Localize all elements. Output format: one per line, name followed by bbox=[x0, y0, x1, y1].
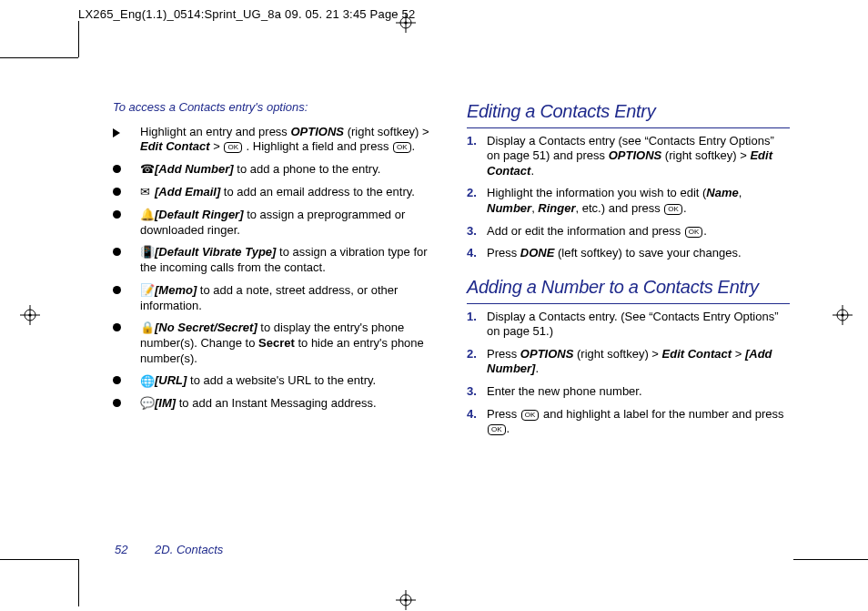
label: [Default Ringer] bbox=[155, 208, 244, 221]
list-text: to add an Instant Messaging address. bbox=[179, 396, 377, 410]
ok-key-icon: OK bbox=[685, 227, 703, 238]
registration-mark-icon bbox=[396, 590, 416, 610]
phone-icon: ☎ bbox=[140, 162, 153, 178]
list-item: Add or edit the information and press OK… bbox=[467, 224, 790, 239]
list-item: Display a Contacts entry. (See “Contacts… bbox=[467, 310, 790, 340]
page-header-meta: LX265_Eng(1.1)_0514:Sprint_UG_8a 09. 05.… bbox=[78, 7, 415, 21]
ok-key-icon: OK bbox=[521, 410, 540, 421]
list-item: 📳[Default Vibrate Type] to assign a vibr… bbox=[113, 245, 436, 276]
list-text: Press bbox=[487, 407, 520, 421]
list-item: ☎[Add Number] to add a phone to the entr… bbox=[113, 162, 436, 178]
list-item: 🔒[No Secret/Secret] to display the entry… bbox=[113, 321, 436, 366]
list-text: , etc.) and press bbox=[576, 201, 664, 215]
list-item: 🌐[URL] to add a website's URL to the ent… bbox=[113, 373, 436, 389]
label: [IM] bbox=[155, 396, 176, 410]
label: OPTIONS bbox=[520, 347, 574, 361]
label: OPTIONS bbox=[290, 125, 344, 138]
label: Edit Contact bbox=[662, 347, 732, 361]
list-item: 📝[Memo] to add a note, street address, o… bbox=[113, 283, 436, 314]
vibrate-icon: 📳 bbox=[140, 245, 153, 260]
list-text: Press bbox=[487, 347, 520, 361]
crop-mark bbox=[78, 21, 79, 57]
steps-adding: Display a Contacts entry. (See “Contacts… bbox=[467, 310, 790, 437]
page-number: 52 bbox=[115, 543, 127, 556]
registration-mark-icon bbox=[396, 13, 416, 33]
section-label: 2D. Contacts bbox=[155, 543, 223, 556]
list-item: Press OK and highlight a label for the n… bbox=[467, 407, 790, 437]
registration-mark-icon bbox=[833, 305, 853, 325]
list-text: to add a website's URL to the entry. bbox=[190, 373, 376, 387]
list-text: > bbox=[735, 347, 745, 361]
list-item: Enter the new phone number. bbox=[467, 384, 790, 400]
list-item: Highlight the information you wish to ed… bbox=[467, 186, 790, 216]
label: [Memo] bbox=[155, 283, 197, 297]
bell-icon: 🔔 bbox=[140, 208, 153, 223]
list-item: Display a Contacts entry (see “Contacts … bbox=[467, 134, 790, 179]
list-text: (left softkey) to save your changes. bbox=[558, 246, 742, 260]
right-column: Editing a Contacts Entry Display a Conta… bbox=[467, 100, 790, 538]
registration-mark-icon bbox=[20, 305, 40, 325]
list-text: Highlight the information you wish to ed… bbox=[487, 186, 706, 199]
im-icon: 💬 bbox=[140, 396, 153, 412]
label: [Default Vibrate Type] bbox=[155, 245, 276, 259]
label: Ringer bbox=[538, 201, 575, 215]
content-body: To access a Contacts entry's options: Hi… bbox=[113, 100, 790, 538]
left-column: To access a Contacts entry's options: Hi… bbox=[113, 100, 436, 538]
list-item: 🔔[Default Ringer] to assign a preprogram… bbox=[113, 208, 436, 239]
svg-point-11 bbox=[28, 313, 31, 316]
list-text: (right softkey) > bbox=[665, 148, 751, 162]
list-text: Add or edit the information and press bbox=[487, 224, 684, 238]
list-text: to add an email address to the entry. bbox=[224, 185, 415, 199]
memo-icon: 📝 bbox=[140, 283, 153, 299]
list-text: > bbox=[213, 139, 223, 153]
svg-point-7 bbox=[404, 598, 407, 601]
crop-mark bbox=[0, 57, 78, 58]
crop-mark bbox=[0, 559, 78, 560]
label: [No Secret/Secret] bbox=[155, 321, 257, 334]
list-item: Press OPTIONS (right softkey) > Edit Con… bbox=[467, 347, 790, 377]
list-item: ✉[Add Email] to add an email address to … bbox=[113, 185, 436, 200]
crop-mark bbox=[78, 559, 79, 606]
label: [URL] bbox=[155, 373, 187, 387]
ok-key-icon: OK bbox=[224, 142, 242, 153]
list-text: Press bbox=[487, 246, 520, 260]
ok-key-icon: OK bbox=[664, 204, 682, 215]
page-footer: 52 2D. Contacts bbox=[115, 543, 223, 556]
svg-point-15 bbox=[841, 313, 843, 316]
list-text: (right softkey) > bbox=[348, 125, 429, 138]
secret-icon: 🔒 bbox=[140, 321, 153, 336]
list-text: (right softkey) > bbox=[577, 347, 662, 361]
section-heading-adding: Adding a Number to a Contacts Entry bbox=[467, 276, 790, 304]
label: Secret bbox=[258, 336, 295, 350]
ok-key-icon: OK bbox=[488, 424, 506, 435]
label: [Add Number] bbox=[155, 162, 234, 176]
crop-mark bbox=[793, 559, 868, 560]
list-item: 💬[IM] to add an Instant Messaging addres… bbox=[113, 396, 436, 412]
list-item: Highlight an entry and press OPTIONS (ri… bbox=[113, 125, 436, 155]
svg-point-3 bbox=[404, 21, 407, 24]
steps-editing: Display a Contacts entry (see “Contacts … bbox=[467, 134, 790, 261]
email-icon: ✉ bbox=[140, 185, 153, 200]
options-list: Highlight an entry and press OPTIONS (ri… bbox=[113, 125, 436, 412]
list-text: to add a phone to the entry. bbox=[237, 162, 380, 176]
list-text: Highlight an entry and press bbox=[140, 125, 290, 138]
list-text: and highlight a label for the number and… bbox=[543, 407, 784, 421]
label: OPTIONS bbox=[609, 148, 662, 162]
ok-key-icon: OK bbox=[393, 142, 411, 153]
label: Name bbox=[706, 186, 738, 199]
url-icon: 🌐 bbox=[140, 374, 153, 390]
label: [Add Email] bbox=[155, 185, 220, 199]
label: DONE bbox=[520, 246, 555, 260]
label: Edit Contact bbox=[140, 139, 210, 153]
intro-text: To access a Contacts entry's options: bbox=[113, 100, 436, 116]
label: Number bbox=[487, 201, 531, 215]
list-item: Press DONE (left softkey) to save your c… bbox=[467, 246, 790, 261]
section-heading-editing: Editing a Contacts Entry bbox=[467, 100, 790, 128]
list-text: . Highlight a field and press bbox=[247, 139, 392, 153]
